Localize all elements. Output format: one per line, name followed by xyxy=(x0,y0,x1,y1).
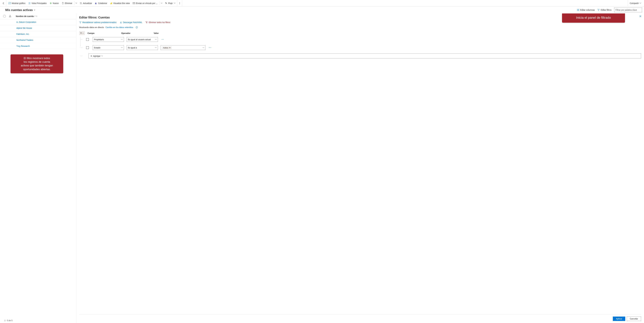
filter-row-checkbox[interactable] xyxy=(86,38,89,41)
header-operator: Operador xyxy=(121,32,154,34)
edit-filters-label: Editar filtros xyxy=(601,9,612,11)
teams-icon xyxy=(95,2,97,4)
plus-icon xyxy=(50,2,52,4)
filter-clear-icon xyxy=(146,21,148,23)
list-item[interactable]: Alpine Ski House xyxy=(0,25,76,31)
apply-button[interactable]: Aplicar xyxy=(613,317,625,321)
collaborate-label: Colaborar xyxy=(98,2,107,4)
live-data-banner: Mostrando datos en directo Cambio en los… xyxy=(79,26,641,28)
remove-token-icon[interactable]: ✕ xyxy=(169,47,171,49)
new-button[interactable]: Nuevo xyxy=(48,0,60,6)
filter-pane-footer: Aplicar Cancelar xyxy=(79,314,641,323)
svg-rect-11 xyxy=(577,9,579,11)
refresh-button[interactable]: Actualizar xyxy=(78,0,94,6)
overflow-button[interactable] xyxy=(177,0,182,6)
svg-rect-14 xyxy=(10,17,11,17)
svg-point-1 xyxy=(95,2,96,3)
operator-select[interactable]: Es igual al usuario actual xyxy=(126,37,158,42)
retained-data-link[interactable]: Cambio en los datos retenidos xyxy=(106,26,133,28)
hierarchy-icon[interactable] xyxy=(9,15,12,17)
main-view-label: Vista Principales xyxy=(32,2,46,4)
view-title-text: Mis cuentas activas xyxy=(5,8,33,12)
collaborate-button[interactable]: Colaborar xyxy=(94,0,108,6)
svg-rect-5 xyxy=(111,3,112,4)
arrow-left-icon xyxy=(2,2,5,4)
share-label: Compartir xyxy=(630,2,639,4)
row-more-button[interactable]: ··· xyxy=(162,38,164,41)
edit-filters-button[interactable]: Editar filtros xyxy=(598,9,612,11)
send-link-button[interactable]: Enviar un vínculo por ... xyxy=(131,0,159,6)
list-item[interactable]: A. Datum Corporation xyxy=(0,19,76,25)
mail-icon xyxy=(133,2,135,4)
edit-columns-label: Editar columnas xyxy=(580,9,595,11)
new-label: Nuevo xyxy=(53,2,59,4)
back-button[interactable] xyxy=(1,0,6,6)
edit-columns-button[interactable]: Editar columnas xyxy=(577,9,595,11)
delete-label: Eliminar xyxy=(65,2,72,4)
row-more-button[interactable]: ··· xyxy=(209,46,212,49)
svg-rect-17 xyxy=(136,27,137,28)
cancel-button[interactable]: Cancelar xyxy=(627,317,641,321)
chevron-down-icon xyxy=(640,2,641,4)
more-vertical-icon xyxy=(178,2,181,4)
close-button[interactable] xyxy=(638,14,642,18)
delete-button[interactable]: Eliminar xyxy=(60,0,74,6)
operator-select[interactable]: Es igual a xyxy=(126,45,158,50)
filter-add-row: Agregar xyxy=(82,53,641,58)
info-icon[interactable] xyxy=(136,26,138,28)
column-header-row: Nombre de cuenta ↑ xyxy=(0,13,76,19)
refresh-icon xyxy=(80,2,82,4)
powerbi-icon xyxy=(110,2,112,4)
filter-pane-title: Editar filtros: Cuentas xyxy=(79,16,641,19)
value-token: Activo ✕ xyxy=(162,46,172,49)
chevron-down-icon xyxy=(36,15,37,17)
reset-defaults-button[interactable]: Restablecer valores predeterminados xyxy=(79,21,116,23)
column-header-account-name[interactable]: Nombre de cuenta ↑ xyxy=(16,15,37,17)
svg-point-2 xyxy=(96,2,97,3)
visualize-button[interactable]: Visualize this view xyxy=(108,0,131,6)
clear-all-filters-button[interactable]: Eliminar todos los filtros xyxy=(146,21,170,23)
keyword-filter-box[interactable] xyxy=(614,7,642,12)
field-select[interactable]: Estado xyxy=(93,45,124,50)
svg-point-10 xyxy=(180,4,180,4)
select-all-toggle[interactable] xyxy=(3,15,6,17)
pager-text: 1 - 5 de 5 xyxy=(0,318,17,323)
chevron-down-icon xyxy=(161,2,162,4)
chevron-down-icon xyxy=(121,39,123,40)
group-operator-toggle[interactable]: Y xyxy=(79,31,85,35)
keyword-filter-input[interactable] xyxy=(616,9,641,11)
filter-row: Propietario Es igual al usuario actual ·… xyxy=(82,37,641,42)
show-chart-button[interactable]: Mostrar gráfico xyxy=(7,0,27,6)
list-item[interactable]: Trey Research xyxy=(0,43,76,49)
filter-icon xyxy=(598,9,600,11)
trash-icon xyxy=(62,2,64,4)
add-filter-button[interactable]: Agregar xyxy=(88,53,641,58)
send-link-split-caret[interactable] xyxy=(160,0,164,6)
header-value: Valor xyxy=(154,32,641,34)
delete-split-caret[interactable] xyxy=(74,0,78,6)
svg-rect-4 xyxy=(110,3,111,4)
chevron-down-icon xyxy=(202,47,204,48)
value-select[interactable]: Activo ✕ xyxy=(160,45,205,50)
close-icon xyxy=(639,15,641,17)
filter-pane: Editar filtros: Cuentas Restablecer valo… xyxy=(76,13,644,323)
list-item[interactable]: Northwind Traders xyxy=(0,37,76,43)
live-data-text: Mostrando datos en directo xyxy=(79,26,104,28)
list-item[interactable]: Fabrikam, Inc. xyxy=(0,31,76,37)
command-bar: Mostrar gráfico Vista Principales Nuevo … xyxy=(0,0,644,6)
download-icon xyxy=(120,21,122,23)
columns-icon xyxy=(577,9,579,11)
chevron-down-icon xyxy=(155,39,156,40)
flow-button[interactable]: Flujo xyxy=(164,0,177,6)
divider xyxy=(159,1,160,5)
svg-point-8 xyxy=(180,2,180,3)
download-fetchxml-button[interactable]: Descargar FetchXML xyxy=(120,21,142,23)
main-view-button[interactable]: Vista Principales xyxy=(27,0,48,6)
records-list: Nombre de cuenta ↑ A. Datum Corporation … xyxy=(0,13,76,323)
view-selector[interactable]: Mis cuentas activas xyxy=(5,8,36,12)
header-field: Campo xyxy=(88,32,121,34)
chart-icon xyxy=(8,2,11,4)
filter-row-checkbox[interactable] xyxy=(86,46,89,49)
share-button[interactable]: Compartir xyxy=(628,0,643,6)
field-select[interactable]: Propietario xyxy=(93,37,124,42)
